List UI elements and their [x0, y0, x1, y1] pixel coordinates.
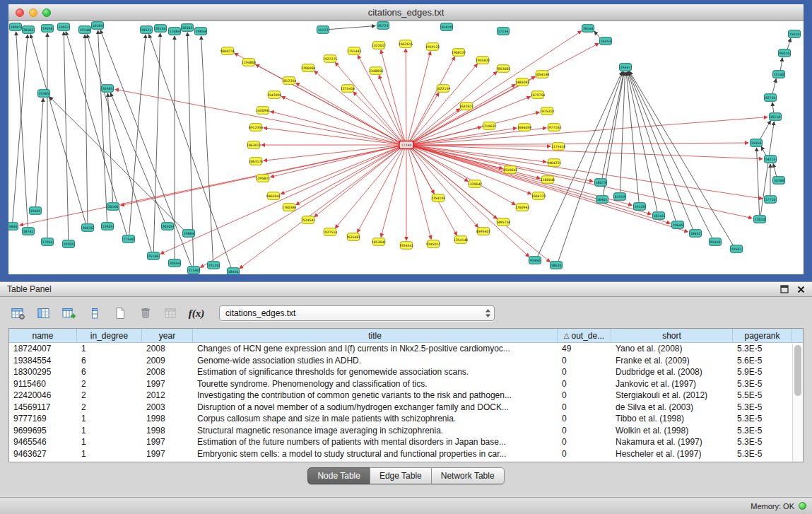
network-node[interactable]: 1955822 — [476, 57, 490, 64]
network-node[interactable]: 7524541 — [301, 216, 316, 224]
delete-column-button[interactable] — [136, 304, 155, 322]
function-builder-button[interactable]: f(x) — [187, 304, 206, 322]
column-header-out-de[interactable]: △out_de... — [558, 329, 611, 342]
network-node[interactable]: 1186045 — [541, 176, 555, 184]
network-node[interactable]: 19854 — [195, 28, 207, 35]
network-node[interactable]: 21540 — [188, 267, 200, 274]
network-node[interactable]: 2063176 — [249, 158, 264, 165]
table-row[interactable]: 2242004622012Investigating the contribut… — [9, 390, 792, 402]
network-node[interactable]: 20503 — [23, 26, 35, 34]
network-node[interactable]: 2254193 — [431, 194, 446, 202]
network-node[interactable]: 15140 — [773, 71, 785, 78]
network-node[interactable]: 2206084 — [301, 64, 316, 72]
network-node[interactable]: 1653641 — [372, 238, 387, 246]
scrollbar-thumb[interactable] — [794, 345, 801, 396]
network-node[interactable]: 1604723 — [531, 192, 546, 200]
network-node[interactable]: 81810 — [441, 23, 453, 31]
network-node[interactable]: 19465 — [30, 207, 42, 215]
network-node[interactable]: 7924541 — [399, 242, 414, 250]
network-node[interactable]: 19205 — [63, 240, 75, 248]
close-window-button[interactable] — [16, 8, 24, 17]
network-node[interactable]: 1875310 — [540, 107, 555, 115]
table-row[interactable]: 1938455462009Genome-wide association stu… — [9, 355, 792, 367]
network-node[interactable]: 18452 — [690, 230, 702, 238]
network-node[interactable]: 1295871 — [256, 175, 271, 182]
network-node[interactable]: 9465041 — [266, 192, 281, 200]
network-node[interactable]: 17710 — [765, 196, 777, 204]
table-row[interactable]: 1872400712008Changes of HCN gene express… — [9, 343, 792, 355]
citation-network-graph[interactable]: 1890320503190581205119140165841852120154… — [8, 21, 804, 274]
table-row[interactable]: 977716911998Corpus callosum shape and si… — [9, 413, 792, 425]
network-node[interactable]: 1510642 — [503, 166, 518, 174]
network-node[interactable]: 9860216 — [220, 47, 235, 55]
network-node[interactable]: 92450 — [710, 238, 722, 246]
network-node[interactable]: 19058 — [42, 25, 54, 33]
network-node[interactable]: 18450 — [228, 268, 240, 274]
table-row[interactable]: 946362711997Embryonic stem cells: a mode… — [9, 448, 792, 460]
network-node[interactable]: 92734 — [765, 94, 777, 102]
network-node[interactable]: 1022159 — [436, 85, 451, 93]
network-node[interactable]: 17540 — [123, 235, 135, 243]
network-node[interactable]: 1320642 — [468, 180, 483, 188]
network-node[interactable]: 19884 — [183, 230, 195, 238]
network-node[interactable]: 19140 — [79, 26, 91, 34]
network-node[interactable]: 16503 — [182, 24, 194, 32]
import-table-button[interactable] — [161, 304, 181, 322]
network-node[interactable]: 15123 — [317, 26, 329, 34]
network-node[interactable]: 15905 — [102, 223, 114, 230]
network-node[interactable]: 15010 — [789, 30, 801, 38]
network-node[interactable]: 92450 — [529, 257, 541, 264]
minimize-window-button[interactable] — [29, 8, 37, 17]
network-node[interactable]: 19447 — [620, 64, 632, 71]
window-titlebar[interactable]: citations_edges.txt — [8, 4, 804, 21]
network-node[interactable]: 1760942 — [515, 204, 530, 211]
table-row[interactable]: 946554611997Estimation of the future num… — [9, 436, 792, 448]
tab-node-table[interactable]: Node Table — [307, 467, 370, 484]
network-node[interactable]: 18620 — [551, 262, 563, 269]
network-node[interactable]: 1485083 — [515, 78, 530, 86]
network-node[interactable]: 7635481 — [346, 233, 361, 241]
network-node[interactable]: 8595407 — [476, 228, 491, 235]
network-node[interactable]: 1959122 — [425, 43, 440, 51]
network-node[interactable]: 1977163 — [547, 124, 562, 132]
table-row[interactable]: 911546021997Tourette syndrome. Phenomeno… — [9, 378, 792, 390]
network-node[interactable]: 16453 — [600, 37, 612, 45]
network-node[interactable]: 16401 — [596, 196, 608, 204]
table-settings-button[interactable] — [8, 304, 28, 322]
table-row[interactable]: 1830029562008Estimation of significance … — [9, 366, 792, 378]
network-node[interactable]: 14215 — [765, 156, 777, 163]
network-node[interactable]: 1863012 — [247, 141, 261, 149]
network-node[interactable]: 1760384 — [282, 204, 297, 211]
network-node[interactable]: 19645 — [672, 221, 684, 229]
network-node[interactable]: 19561 — [731, 245, 743, 253]
column-header-pagerank[interactable]: pagerank — [733, 329, 792, 342]
network-node[interactable]: 1679754 — [531, 91, 546, 99]
network-node[interactable]: 12051 — [58, 23, 70, 31]
network-node[interactable]: 7853083 — [496, 65, 511, 73]
column-header-title[interactable]: title — [193, 329, 558, 342]
network-node[interactable]: 17240 — [399, 141, 413, 149]
network-node[interactable]: 17134 — [498, 28, 510, 35]
create-column-button[interactable] — [110, 304, 130, 322]
network-node[interactable]: 1275414 — [341, 85, 355, 93]
network-node[interactable]: 19128 — [634, 203, 646, 211]
network-node[interactable]: 10356 — [773, 177, 785, 185]
column-header-year[interactable]: year — [142, 329, 193, 342]
network-node[interactable]: 17084 — [169, 28, 181, 35]
network-node[interactable]: 1908127 — [452, 49, 466, 57]
network-node[interactable]: 95010 — [779, 49, 791, 57]
network-node[interactable]: 1054148 — [535, 71, 550, 78]
network-node[interactable]: 18073 — [595, 179, 607, 187]
table-export-button[interactable] — [59, 304, 79, 322]
network-node[interactable]: 1495758 — [496, 218, 511, 226]
network-node[interactable]: 17954 — [42, 238, 54, 246]
table-row[interactable]: 1456911722003Disruption of a novel membe… — [9, 402, 792, 414]
network-node[interactable]: 1420941 — [256, 107, 271, 115]
network-node[interactable]: 1322017 — [372, 42, 387, 49]
network-node[interactable]: 1175418 — [551, 143, 566, 151]
network-node[interactable]: 18521 — [141, 26, 153, 34]
network-node[interactable]: 16110 — [770, 113, 782, 121]
network-node[interactable]: 1194804 — [242, 59, 257, 66]
network-node[interactable]: 1751443 — [347, 47, 362, 55]
tab-network-table[interactable]: Network Table — [431, 467, 505, 484]
